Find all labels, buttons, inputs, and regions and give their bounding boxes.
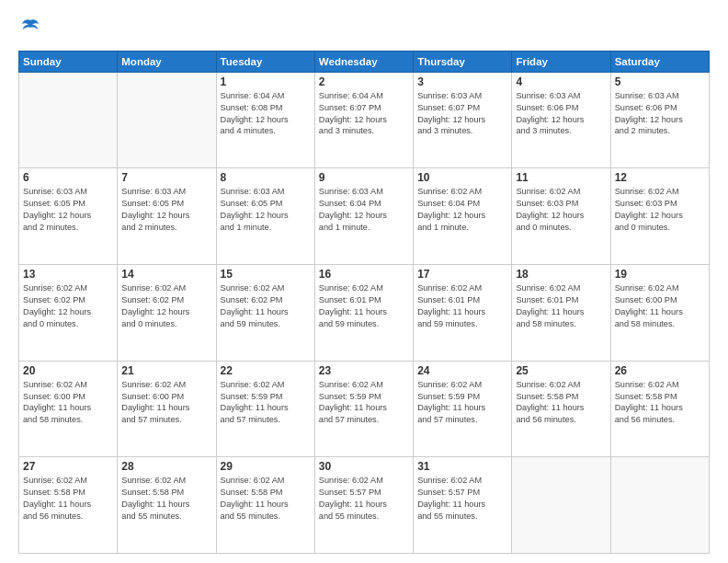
day-info: Sunrise: 6:02 AMSunset: 5:58 PMDaylight:…: [23, 475, 113, 523]
calendar-cell: [118, 72, 216, 168]
calendar-cell: 24Sunrise: 6:02 AMSunset: 5:59 PMDayligh…: [414, 361, 512, 457]
day-number: 19: [615, 268, 705, 281]
day-info: Sunrise: 6:02 AMSunset: 6:00 PMDaylight:…: [23, 379, 113, 427]
logo: [18, 17, 40, 41]
weekday-header-monday: Monday: [118, 51, 216, 72]
day-number: 12: [615, 171, 705, 184]
day-number: 9: [319, 171, 409, 184]
day-number: 2: [319, 75, 409, 88]
weekday-header-wednesday: Wednesday: [314, 51, 413, 72]
weekday-header-row: SundayMondayTuesdayWednesdayThursdayFrid…: [19, 51, 710, 72]
day-info: Sunrise: 6:02 AMSunset: 6:02 PMDaylight:…: [221, 282, 311, 330]
calendar-table: SundayMondayTuesdayWednesdayThursdayFrid…: [18, 51, 710, 554]
day-number: 27: [23, 460, 113, 473]
calendar-cell: 10Sunrise: 6:02 AMSunset: 6:04 PMDayligh…: [414, 168, 512, 265]
calendar-cell: 1Sunrise: 6:04 AMSunset: 6:08 PMDaylight…: [216, 72, 314, 168]
day-info: Sunrise: 6:03 AMSunset: 6:04 PMDaylight:…: [319, 186, 409, 234]
day-info: Sunrise: 6:02 AMSunset: 6:02 PMDaylight:…: [23, 282, 113, 330]
day-info: Sunrise: 6:03 AMSunset: 6:05 PMDaylight:…: [221, 186, 311, 234]
calendar-cell: 26Sunrise: 6:02 AMSunset: 5:58 PMDayligh…: [610, 361, 709, 457]
day-number: 15: [221, 268, 311, 281]
day-number: 3: [417, 75, 507, 88]
day-info: Sunrise: 6:02 AMSunset: 6:00 PMDaylight:…: [615, 282, 705, 330]
day-number: 16: [319, 268, 409, 281]
day-info: Sunrise: 6:02 AMSunset: 5:58 PMDaylight:…: [516, 379, 606, 427]
calendar-cell: 12Sunrise: 6:02 AMSunset: 6:03 PMDayligh…: [610, 168, 709, 265]
day-number: 20: [23, 364, 113, 377]
calendar-cell: 4Sunrise: 6:03 AMSunset: 6:06 PMDaylight…: [512, 72, 610, 168]
week-row-3: 13Sunrise: 6:02 AMSunset: 6:02 PMDayligh…: [19, 265, 710, 362]
weekday-header-sunday: Sunday: [19, 51, 118, 72]
weekday-header-saturday: Saturday: [610, 51, 709, 72]
day-number: 22: [221, 364, 311, 377]
day-info: Sunrise: 6:02 AMSunset: 6:03 PMDaylight:…: [615, 186, 705, 234]
day-number: 18: [516, 268, 606, 281]
calendar-cell: 18Sunrise: 6:02 AMSunset: 6:01 PMDayligh…: [512, 265, 610, 362]
day-info: Sunrise: 6:03 AMSunset: 6:06 PMDaylight:…: [516, 90, 606, 138]
day-info: Sunrise: 6:03 AMSunset: 6:05 PMDaylight:…: [121, 186, 211, 234]
calendar-cell: 31Sunrise: 6:02 AMSunset: 5:57 PMDayligh…: [414, 457, 512, 554]
day-info: Sunrise: 6:02 AMSunset: 6:01 PMDaylight:…: [319, 282, 409, 330]
day-number: 26: [615, 364, 705, 377]
calendar-cell: 23Sunrise: 6:02 AMSunset: 5:59 PMDayligh…: [314, 361, 413, 457]
day-number: 14: [121, 268, 211, 281]
calendar-cell: 3Sunrise: 6:03 AMSunset: 6:07 PMDaylight…: [414, 72, 512, 168]
week-row-5: 27Sunrise: 6:02 AMSunset: 5:58 PMDayligh…: [19, 457, 710, 554]
weekday-header-tuesday: Tuesday: [216, 51, 314, 72]
calendar-cell: 22Sunrise: 6:02 AMSunset: 5:59 PMDayligh…: [216, 361, 314, 457]
day-number: 7: [121, 171, 211, 184]
calendar-cell: 21Sunrise: 6:02 AMSunset: 6:00 PMDayligh…: [118, 361, 216, 457]
day-info: Sunrise: 6:02 AMSunset: 5:58 PMDaylight:…: [121, 475, 211, 523]
day-info: Sunrise: 6:02 AMSunset: 5:58 PMDaylight:…: [615, 379, 705, 427]
calendar-cell: 13Sunrise: 6:02 AMSunset: 6:02 PMDayligh…: [19, 265, 118, 362]
calendar-cell: 7Sunrise: 6:03 AMSunset: 6:05 PMDaylight…: [118, 168, 216, 265]
day-info: Sunrise: 6:04 AMSunset: 6:08 PMDaylight:…: [221, 90, 311, 138]
day-number: 8: [221, 171, 311, 184]
calendar-cell: 17Sunrise: 6:02 AMSunset: 6:01 PMDayligh…: [414, 265, 512, 362]
day-info: Sunrise: 6:02 AMSunset: 5:59 PMDaylight:…: [319, 379, 409, 427]
day-info: Sunrise: 6:03 AMSunset: 6:05 PMDaylight:…: [23, 186, 113, 234]
day-number: 17: [417, 268, 507, 281]
calendar-cell: 2Sunrise: 6:04 AMSunset: 6:07 PMDaylight…: [314, 72, 413, 168]
day-number: 24: [417, 364, 507, 377]
calendar-cell: 20Sunrise: 6:02 AMSunset: 6:00 PMDayligh…: [19, 361, 118, 457]
day-number: 31: [417, 460, 507, 473]
calendar-cell: 16Sunrise: 6:02 AMSunset: 6:01 PMDayligh…: [314, 265, 413, 362]
week-row-1: 1Sunrise: 6:04 AMSunset: 6:08 PMDaylight…: [19, 72, 710, 168]
header: [18, 17, 710, 41]
calendar-cell: 14Sunrise: 6:02 AMSunset: 6:02 PMDayligh…: [118, 265, 216, 362]
day-number: 28: [121, 460, 211, 473]
day-number: 30: [319, 460, 409, 473]
calendar-cell: 11Sunrise: 6:02 AMSunset: 6:03 PMDayligh…: [512, 168, 610, 265]
day-info: Sunrise: 6:02 AMSunset: 5:58 PMDaylight:…: [221, 475, 311, 523]
day-info: Sunrise: 6:02 AMSunset: 6:03 PMDaylight:…: [516, 186, 606, 234]
day-number: 11: [516, 171, 606, 184]
day-number: 25: [516, 364, 606, 377]
calendar-cell: [512, 457, 610, 554]
calendar-cell: 8Sunrise: 6:03 AMSunset: 6:05 PMDaylight…: [216, 168, 314, 265]
day-info: Sunrise: 6:02 AMSunset: 5:59 PMDaylight:…: [417, 379, 507, 427]
day-info: Sunrise: 6:03 AMSunset: 6:06 PMDaylight:…: [615, 90, 705, 138]
day-info: Sunrise: 6:02 AMSunset: 6:02 PMDaylight:…: [121, 282, 211, 330]
day-number: 29: [221, 460, 311, 473]
weekday-header-thursday: Thursday: [414, 51, 512, 72]
calendar-cell: [19, 72, 118, 168]
day-info: Sunrise: 6:04 AMSunset: 6:07 PMDaylight:…: [319, 90, 409, 138]
calendar-cell: 30Sunrise: 6:02 AMSunset: 5:57 PMDayligh…: [314, 457, 413, 554]
day-info: Sunrise: 6:02 AMSunset: 5:57 PMDaylight:…: [417, 475, 507, 523]
day-number: 10: [417, 171, 507, 184]
calendar-cell: 9Sunrise: 6:03 AMSunset: 6:04 PMDaylight…: [314, 168, 413, 265]
calendar-cell: 15Sunrise: 6:02 AMSunset: 6:02 PMDayligh…: [216, 265, 314, 362]
day-info: Sunrise: 6:02 AMSunset: 6:01 PMDaylight:…: [516, 282, 606, 330]
day-info: Sunrise: 6:02 AMSunset: 5:59 PMDaylight:…: [221, 379, 311, 427]
calendar-cell: 25Sunrise: 6:02 AMSunset: 5:58 PMDayligh…: [512, 361, 610, 457]
logo-bird-icon: [20, 17, 40, 37]
day-info: Sunrise: 6:02 AMSunset: 6:01 PMDaylight:…: [417, 282, 507, 330]
weekday-header-friday: Friday: [512, 51, 610, 72]
day-info: Sunrise: 6:02 AMSunset: 5:57 PMDaylight:…: [319, 475, 409, 523]
calendar-cell: 29Sunrise: 6:02 AMSunset: 5:58 PMDayligh…: [216, 457, 314, 554]
calendar-cell: 28Sunrise: 6:02 AMSunset: 5:58 PMDayligh…: [118, 457, 216, 554]
day-number: 23: [319, 364, 409, 377]
day-number: 21: [121, 364, 211, 377]
day-number: 1: [221, 75, 311, 88]
